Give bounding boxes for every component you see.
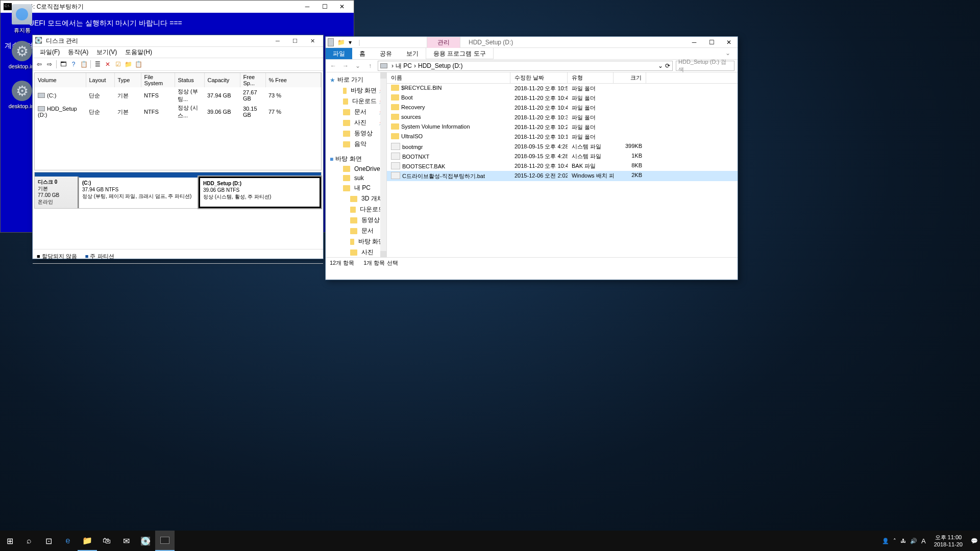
maximize-button[interactable]: ☐ <box>286 36 304 46</box>
menu-view[interactable]: 보기(V) <box>92 47 121 58</box>
minimize-button[interactable]: ─ <box>299 3 316 10</box>
search-input[interactable]: HDD_Setup (D:) 검색 <box>676 61 734 71</box>
tray-network-icon[interactable]: 🖧 <box>900 538 906 544</box>
tray-people-icon[interactable]: 👤 <box>882 538 889 544</box>
check-icon[interactable]: ☑ <box>113 60 122 69</box>
dm-titlebar[interactable]: 💽 디스크 관리 ─ ☐ ✕ <box>33 35 323 46</box>
file-row[interactable]: System Volume Information2018-11-20 오후 1… <box>387 122 738 132</box>
menu-file[interactable]: 파일(F) <box>36 47 64 58</box>
minimize-button[interactable]: ─ <box>269 36 286 46</box>
close-button[interactable]: ✕ <box>333 3 351 10</box>
tree-item[interactable]: 다운로드 📌 <box>326 96 386 107</box>
col-type[interactable]: Type <box>114 73 141 87</box>
tree-item[interactable]: 바탕 화면 <box>326 236 386 247</box>
file-row[interactable]: BOOTSECT.BAK2018-11-20 오후 10:44BAK 파일8KB <box>387 161 738 171</box>
volume-row[interactable]: (C:) 단순기본 NTFS정상 (부팅... 37.94 GB27.67 GB… <box>35 87 321 104</box>
file-row[interactable]: Boot2018-11-20 오후 10:44파일 폴더 <box>387 93 738 103</box>
props-icon[interactable]: 📋 <box>79 60 88 69</box>
file-row[interactable]: BOOTNXT2018-09-15 오후 4:28시스템 파일1KB <box>387 152 738 161</box>
tree-item[interactable]: suk <box>326 173 386 183</box>
addr-refresh-icon[interactable]: ⟳ <box>665 62 670 69</box>
file-row[interactable]: bootmgr2018-09-15 오후 4:28시스템 파일399KB <box>387 142 738 152</box>
tree-item[interactable]: 3D 개체 <box>326 193 386 204</box>
delete-icon[interactable]: ✕ <box>103 60 112 69</box>
start-button[interactable]: ⊞ <box>0 531 19 551</box>
tree-item[interactable]: 문서 📌 <box>326 107 386 117</box>
partition-c[interactable]: (C:) 37.94 GB NTFS 정상 (부팅, 페이지 파일, 크래시 덤… <box>79 177 199 208</box>
maximize-button[interactable]: ☐ <box>316 3 333 10</box>
col-volume[interactable]: Volume <box>35 73 86 87</box>
edge-button[interactable]: e <box>58 531 78 551</box>
col-pct[interactable]: % Free <box>265 73 321 87</box>
forward-icon[interactable]: ⇨ <box>45 60 54 69</box>
new-icon[interactable]: 📁 <box>124 60 133 69</box>
qat-drive-icon[interactable] <box>328 38 336 46</box>
col-status[interactable]: Status <box>175 73 204 87</box>
menu-action[interactable]: 동작(A) <box>64 47 92 58</box>
minimize-button[interactable]: ─ <box>685 39 703 46</box>
file-list[interactable]: 이름 수정한 날짜 유형 크기 $RECYCLE.BIN2018-11-20 오… <box>387 72 738 257</box>
tray-volume-icon[interactable]: 🔊 <box>910 538 917 544</box>
tray-notification-icon[interactable]: 💬 <box>971 538 978 544</box>
qat-folder-icon[interactable]: 📁 <box>337 38 345 46</box>
file-row[interactable]: $RECYCLE.BIN2018-11-20 오후 10:59파일 폴더 <box>387 84 738 93</box>
tree-item[interactable]: 사진 <box>326 247 386 257</box>
col-date[interactable]: 수정한 날짜 <box>510 72 568 83</box>
back-icon[interactable]: ⇦ <box>35 60 44 69</box>
diskmgmt-button[interactable]: 💽 <box>136 531 155 551</box>
tree-item[interactable]: 다운로드 <box>326 204 386 215</box>
help-icon[interactable]: ? <box>69 60 78 69</box>
cmd-button[interactable] <box>155 531 175 551</box>
file-row[interactable]: C드라이브활성-직접부팅하기.bat2015-12-06 오전 2:02Wind… <box>387 171 738 181</box>
col-name[interactable]: 이름 <box>387 72 510 83</box>
refresh-icon[interactable]: 🗔 <box>59 60 68 69</box>
tree-item[interactable]: 동영상 <box>326 215 386 226</box>
tree-item[interactable]: 음악 <box>326 139 386 149</box>
col-fs[interactable]: File System <box>141 73 175 87</box>
tree-item[interactable]: 동영상 <box>326 128 386 139</box>
nav-fwd-icon[interactable]: → <box>341 62 350 69</box>
store-button[interactable]: 🛍 <box>97 531 116 551</box>
partition-d[interactable]: HDD_Setup (D:) 39.06 GB NTFS 정상 (시스템, 활성… <box>199 177 321 208</box>
tree-scrollbar[interactable] <box>380 72 386 257</box>
ribbon-share[interactable]: 공유 <box>373 48 399 59</box>
col-size[interactable]: 크기 <box>614 72 646 83</box>
mail-button[interactable]: ✉ <box>116 531 136 551</box>
explorer-button[interactable]: 📁 <box>78 531 97 551</box>
tree-item[interactable]: 사진 📌 <box>326 117 386 128</box>
disk-label[interactable]: 디스크 0 기본 77.00 GB 온라인 <box>35 177 79 208</box>
tree-item[interactable]: 내 PC <box>326 183 386 193</box>
tray-ime[interactable]: A <box>921 537 926 545</box>
nav-recent-icon[interactable]: ⌄ <box>353 62 362 69</box>
col-capacity[interactable]: Capacity <box>204 73 240 87</box>
tree-item[interactable]: OneDrive <box>326 164 386 173</box>
breadcrumb-root[interactable]: › <box>391 62 394 69</box>
address-bar[interactable]: › 내 PC › HDD_Setup (D:) ⌄ ⟳ <box>378 61 673 71</box>
ribbon-view[interactable]: 보기 <box>399 48 426 59</box>
file-row[interactable]: Recovery2018-11-20 오후 10:45파일 폴더 <box>387 103 738 113</box>
task-view-button[interactable]: ⊡ <box>39 531 58 551</box>
context-tab-manage[interactable]: 관리 <box>427 37 460 48</box>
tree-item[interactable]: 문서 <box>326 226 386 236</box>
cmd-titlebar[interactable]: 관리자: C로직접부팅하기 ─ ☐ ✕ <box>1 1 354 13</box>
file-row[interactable]: UltraISO2018-11-20 오후 10:12파일 폴더 <box>387 132 738 142</box>
ribbon-expand-icon[interactable]: ⌄ <box>718 48 738 59</box>
close-button[interactable]: ✕ <box>720 39 738 46</box>
taskbar-clock[interactable]: 오후 11:00 2018-11-20 <box>930 534 967 548</box>
action-icon[interactable]: ☰ <box>93 60 102 69</box>
nav-back-icon[interactable]: ← <box>329 62 338 69</box>
tray-chevron-icon[interactable]: ˄ <box>893 538 896 544</box>
menu-help[interactable]: 도움말(H) <box>121 47 156 58</box>
nav-tree[interactable]: ★ 바로 가기바탕 화면 📌다운로드 📌문서 📌사진 📌동영상음악■ 바탕 화면… <box>326 72 387 257</box>
ribbon-apptools[interactable]: 응용 프로그램 도구 <box>426 48 494 59</box>
nav-up-icon[interactable]: ↑ <box>365 62 375 69</box>
ribbon-file[interactable]: 파일 <box>326 48 352 59</box>
ribbon-home[interactable]: 홈 <box>352 48 373 59</box>
breadcrumb[interactable]: HDD_Setup (D:) <box>418 62 462 69</box>
breadcrumb[interactable]: 내 PC <box>396 62 412 70</box>
close-button[interactable]: ✕ <box>304 36 321 46</box>
addr-dropdown-icon[interactable]: ⌄ <box>658 62 663 69</box>
maximize-button[interactable]: ☐ <box>703 39 720 46</box>
col-free[interactable]: Free Sp... <box>240 73 265 87</box>
file-row[interactable]: sources2018-11-20 오후 10:31파일 폴더 <box>387 113 738 122</box>
